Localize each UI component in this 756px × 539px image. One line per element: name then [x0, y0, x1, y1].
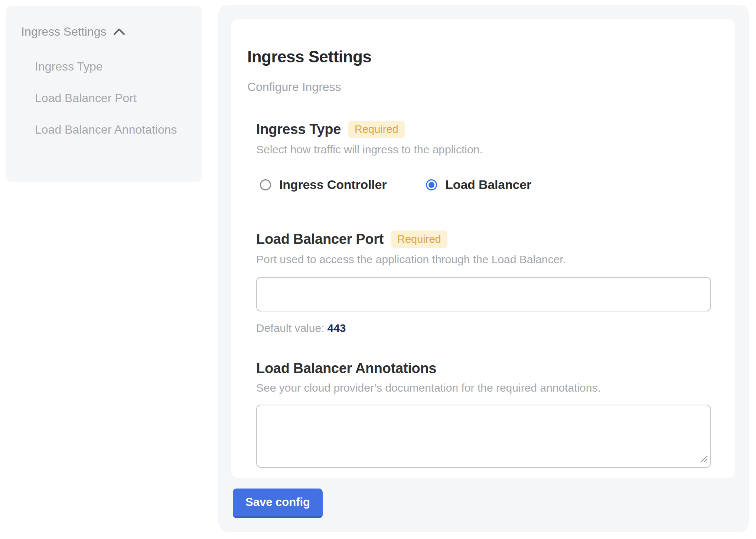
- radio-selected-icon[interactable]: [426, 179, 437, 190]
- annotations-textarea-wrap: [256, 405, 711, 468]
- radio-label-ingress-controller: Ingress Controller: [279, 177, 387, 192]
- chevron-up-icon: [113, 27, 126, 36]
- ingress-settings-card: Ingress Settings Configure Ingress Ingre…: [231, 19, 735, 478]
- field-description-load-balancer-annotations: See your cloud provider’s documentation …: [256, 382, 711, 394]
- field-description-ingress-type: Select how traffic will ingress to the a…: [256, 143, 711, 156]
- default-value: 443: [327, 322, 346, 334]
- load-balancer-port-input[interactable]: [256, 277, 711, 311]
- field-label-load-balancer-annotations: Load Balancer Annotations: [256, 360, 436, 376]
- radio-label-load-balancer: Load Balancer: [445, 177, 531, 192]
- default-value-label: Default value:: [256, 322, 324, 334]
- sidebar-item-ingress-type[interactable]: Ingress Type: [35, 56, 183, 78]
- page-title: Ingress Settings: [247, 48, 711, 66]
- sidebar-section-label: Ingress Settings: [21, 25, 106, 39]
- section-ingress-type: Ingress Type Required Select how traffic…: [256, 121, 711, 192]
- field-label-load-balancer-port: Load Balancer Port: [256, 231, 384, 247]
- sidebar-item-load-balancer-port[interactable]: Load Balancer Port: [35, 87, 183, 109]
- load-balancer-annotations-textarea[interactable]: [256, 405, 711, 468]
- field-description-load-balancer-port: Port used to access the application thro…: [256, 253, 711, 266]
- ingress-type-radio-group: Ingress Controller Load Balancer: [260, 177, 711, 192]
- default-value-line: Default value:443: [256, 322, 711, 334]
- section-load-balancer-annotations: Load Balancer Annotations See your cloud…: [256, 360, 711, 468]
- field-label-ingress-type: Ingress Type: [256, 121, 341, 137]
- sidebar-item-list: Ingress Type Load Balancer Port Load Bal…: [35, 56, 189, 141]
- radio-option-load-balancer[interactable]: Load Balancer: [426, 177, 531, 192]
- form-sections: Ingress Type Required Select how traffic…: [256, 121, 711, 468]
- required-badge: Required: [391, 231, 447, 248]
- page-subtitle: Configure Ingress: [247, 80, 711, 94]
- settings-nav-sidebar: Ingress Settings Ingress Type Load Balan…: [6, 6, 202, 182]
- radio-unselected-icon[interactable]: [260, 179, 271, 190]
- required-badge: Required: [348, 121, 405, 138]
- resize-handle-icon[interactable]: [700, 455, 708, 464]
- sidebar-item-load-balancer-annotations[interactable]: Load Balancer Annotations: [35, 119, 183, 141]
- section-load-balancer-port: Load Balancer Port Required Port used to…: [256, 231, 711, 334]
- save-config-button[interactable]: Save config: [233, 489, 323, 518]
- sidebar-section-ingress-settings[interactable]: Ingress Settings: [21, 25, 189, 39]
- main-content-panel: Ingress Settings Configure Ingress Ingre…: [218, 5, 749, 532]
- radio-option-ingress-controller[interactable]: Ingress Controller: [260, 177, 387, 192]
